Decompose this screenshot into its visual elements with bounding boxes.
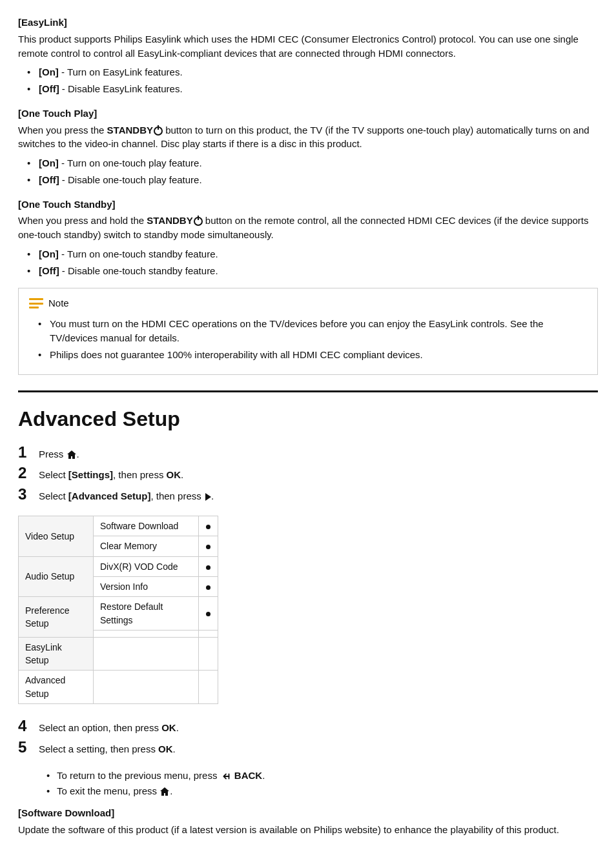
note-box: Note You must turn on the HDMI CEC opera…	[18, 288, 598, 375]
on-label: [On]	[39, 66, 59, 77]
note-icon	[29, 298, 43, 308]
note-bullets: You must turn on the HDMI CEC operations…	[29, 317, 587, 361]
step-num: 2	[18, 464, 39, 483]
home-icon	[67, 450, 77, 460]
on-label: [On]	[39, 248, 59, 259]
table-row: EasyLink Setup	[19, 637, 218, 671]
note-label: Note	[48, 296, 69, 310]
standby-label: STANDBY	[107, 125, 153, 136]
steps-list: 1 Press . 2 Select [Settings], then pres…	[18, 443, 598, 504]
software-download-text: Update the software of this product (if …	[18, 823, 598, 837]
standby-label: STANDBY	[147, 215, 192, 226]
menu-dot	[199, 516, 218, 536]
menu-left-easylink: EasyLink Setup	[19, 637, 94, 671]
menu-right-clear: Clear Memory	[94, 536, 199, 556]
ok-label: OK	[161, 722, 176, 733]
off-label: [Off]	[39, 265, 59, 276]
bullet-dot	[206, 612, 210, 616]
bullet-dot	[206, 525, 210, 529]
menu-right-restore: Restore Default Settings	[94, 597, 199, 631]
back-label: BACK	[234, 770, 262, 781]
table-row: Preference Setup Restore Default Setting…	[19, 597, 218, 631]
menu-dot	[199, 630, 218, 637]
table-row: Audio Setup DivX(R) VOD Code	[19, 556, 218, 576]
bullet-dot	[206, 545, 210, 549]
section-divider	[18, 390, 598, 392]
list-item: You must turn on the HDMI CEC operations…	[29, 317, 587, 345]
settings-label: [Settings]	[68, 469, 113, 480]
menu-right-software: Software Download	[94, 516, 199, 536]
step-5: 5 Select a setting, then press OK.	[18, 738, 598, 757]
home-icon	[159, 787, 170, 797]
software-download-title: [Software Download]	[18, 806, 598, 820]
menu-right-version: Version Info	[94, 576, 199, 596]
menu-left-advanced: Advanced Setup	[19, 671, 94, 704]
menu-left-audio: Audio Setup	[19, 556, 94, 597]
list-item: [On] - Turn on one-touch standby feature…	[18, 247, 598, 261]
step-1: 1 Press .	[18, 443, 598, 462]
step-text: Select [Advanced Setup], then press .	[39, 489, 214, 503]
advanced-setup-section: Advanced Setup 1 Press . 2 Select [Setti…	[18, 404, 598, 836]
table-row: Video Setup Software Download	[19, 516, 218, 536]
menu-dot	[199, 597, 218, 631]
bullet-dot	[206, 585, 210, 590]
right-arrow-icon	[205, 493, 211, 501]
one-touch-standby-bullets: [On] - Turn on one-touch standby feature…	[18, 247, 598, 278]
back-icon	[220, 771, 232, 782]
easylink-title: [EasyLink]	[18, 15, 598, 30]
steps-list-cont: 4 Select an option, then press OK. 5 Sel…	[18, 717, 598, 757]
standby-icon	[194, 217, 203, 226]
menu-left-preference: Preference Setup	[19, 597, 94, 638]
table-row: Advanced Setup	[19, 671, 218, 704]
list-item: To exit the menu, press .	[57, 784, 598, 798]
one-touch-standby-section: [One Touch Standby] When you press and h…	[18, 197, 598, 278]
one-touch-play-bullets: [On] - Turn on one-touch play feature. […	[18, 156, 598, 187]
list-item: [On] - Turn on one-touch play feature.	[18, 156, 598, 170]
list-item: [On] - Turn on EasyLink features.	[18, 65, 598, 79]
menu-table: Video Setup Software Download Clear Memo…	[18, 516, 218, 704]
menu-dot	[199, 536, 218, 556]
easylink-bullets: [On] - Turn on EasyLink features. [Off] …	[18, 65, 598, 96]
step-num: 3	[18, 485, 39, 504]
off-label: [Off]	[39, 174, 59, 185]
list-item: [Off] - Disable one-touch play feature.	[18, 173, 598, 187]
note-header: Note	[29, 296, 587, 310]
step5-sub-bullets: To return to the previous menu, press BA…	[18, 769, 598, 799]
step-3: 3 Select [Advanced Setup], then press .	[18, 485, 598, 504]
list-item: Philips does not guarantee 100% interope…	[29, 348, 587, 362]
one-touch-play-title: [One Touch Play]	[18, 106, 598, 121]
menu-dot	[199, 671, 218, 704]
standby-icon	[154, 126, 163, 136]
step-text: Select a setting, then press OK.	[39, 742, 176, 756]
menu-dot	[199, 576, 218, 596]
one-touch-play-intro: When you press the STANDBY button to tur…	[18, 123, 598, 152]
advanced-setup-title: Advanced Setup	[18, 404, 598, 434]
menu-right-divx: DivX(R) VOD Code	[94, 556, 199, 576]
step-num: 4	[18, 717, 39, 736]
step-text: Select an option, then press OK.	[39, 721, 179, 735]
bullet-dot	[206, 565, 210, 570]
menu-right-empty1	[94, 630, 199, 637]
menu-right-empty2	[94, 637, 199, 671]
menu-dot	[199, 556, 218, 576]
menu-left-video: Video Setup	[19, 516, 94, 557]
list-item: [Off] - Disable one-touch standby featur…	[18, 264, 598, 278]
software-download-section: [Software Download] Update the software …	[18, 806, 598, 837]
step-4: 4 Select an option, then press OK.	[18, 717, 598, 736]
advanced-setup-label: [Advanced Setup]	[68, 490, 151, 501]
menu-right-empty3	[94, 671, 199, 704]
easylink-intro: This product supports Philips Easylink w…	[18, 32, 598, 61]
list-item: To return to the previous menu, press BA…	[57, 769, 598, 783]
step-num: 1	[18, 443, 39, 462]
step-text: Select [Settings], then press OK.	[39, 468, 183, 482]
step-2: 2 Select [Settings], then press OK.	[18, 464, 598, 483]
on-label: [On]	[39, 157, 59, 168]
off-label: [Off]	[39, 83, 59, 94]
one-touch-play-section: [One Touch Play] When you press the STAN…	[18, 106, 598, 187]
easylink-section: [EasyLink] This product supports Philips…	[18, 15, 598, 96]
menu-dot	[199, 637, 218, 671]
step-text: Press .	[39, 447, 79, 461]
step-num: 5	[18, 738, 39, 757]
ok-label: OK	[167, 469, 181, 480]
list-item: [Off] - Disable EasyLink features.	[18, 82, 598, 96]
